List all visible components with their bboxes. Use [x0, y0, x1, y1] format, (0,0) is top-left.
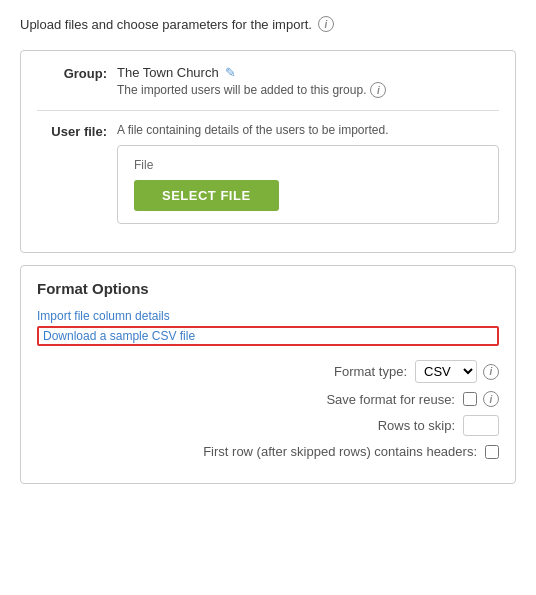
page-container: Upload files and choose parameters for t… [0, 0, 536, 500]
select-file-button[interactable]: SELECT FILE [134, 180, 279, 211]
save-format-row: Save format for reuse: i [37, 391, 499, 407]
first-row-checkbox[interactable] [485, 445, 499, 459]
save-format-label: Save format for reuse: [326, 392, 455, 407]
user-file-content: A file containing details of the users t… [117, 123, 499, 224]
group-label: Group: [37, 65, 117, 81]
format-type-label: Format type: [334, 364, 407, 379]
rows-to-skip-input[interactable]: 0 [463, 415, 499, 436]
save-format-value: i [463, 391, 499, 407]
header-info-icon[interactable]: i [318, 16, 334, 32]
download-sample-csv-link[interactable]: Download a sample CSV file [37, 326, 499, 346]
group-content: The Town Church ✎ The imported users wil… [117, 65, 499, 98]
first-row-label: First row (after skipped rows) contains … [203, 444, 477, 459]
format-type-info-icon[interactable]: i [483, 364, 499, 380]
rows-to-skip-label: Rows to skip: [378, 418, 455, 433]
user-file-label: User file: [37, 123, 117, 139]
file-box: File SELECT FILE [117, 145, 499, 224]
file-box-title: File [134, 158, 153, 172]
group-name-text: The Town Church [117, 65, 219, 80]
group-name-row: The Town Church ✎ [117, 65, 499, 80]
format-type-row: Format type: CSV Excel TSV i [37, 360, 499, 383]
save-format-checkbox[interactable] [463, 392, 477, 406]
user-file-row: User file: A file containing details of … [37, 123, 499, 224]
save-format-info-icon[interactable]: i [483, 391, 499, 407]
rows-to-skip-row: Rows to skip: 0 [37, 415, 499, 436]
format-options-title: Format Options [37, 280, 499, 297]
group-info-icon[interactable]: i [370, 82, 386, 98]
divider-1 [37, 110, 499, 111]
format-type-value: CSV Excel TSV i [415, 360, 499, 383]
header-description: Upload files and choose parameters for t… [20, 17, 312, 32]
top-form-section: Group: The Town Church ✎ The imported us… [20, 50, 516, 253]
links-section: Import file column details Download a sa… [37, 309, 499, 346]
group-subtitle-text: The imported users will be added to this… [117, 83, 366, 97]
import-file-column-details-link[interactable]: Import file column details [37, 309, 499, 323]
first-row-value [485, 445, 499, 459]
edit-group-icon[interactable]: ✎ [225, 65, 236, 80]
group-subtitle: The imported users will be added to this… [117, 82, 499, 98]
group-row: Group: The Town Church ✎ The imported us… [37, 65, 499, 98]
header-row: Upload files and choose parameters for t… [20, 16, 516, 32]
format-type-select[interactable]: CSV Excel TSV [415, 360, 477, 383]
rows-to-skip-value: 0 [463, 415, 499, 436]
format-options-box: Format Options Import file column detail… [20, 265, 516, 484]
user-file-description: A file containing details of the users t… [117, 123, 499, 137]
first-row-row: First row (after skipped rows) contains … [37, 444, 499, 459]
